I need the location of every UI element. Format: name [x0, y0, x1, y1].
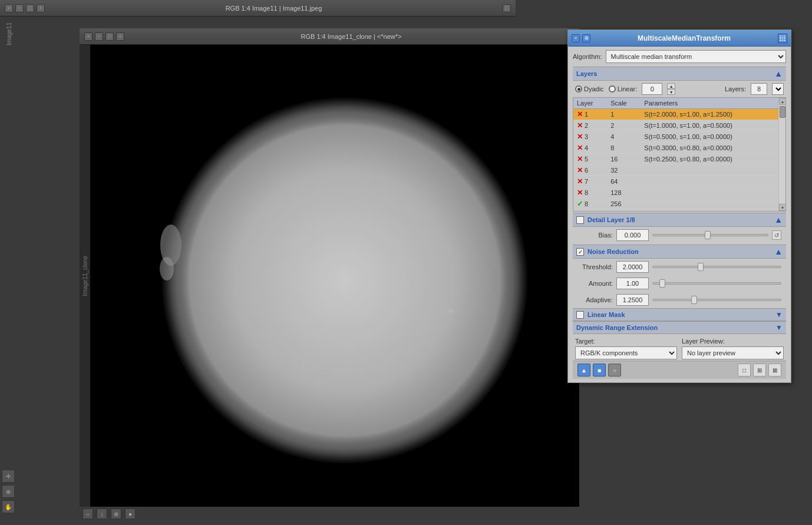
outer-minimize-button[interactable]: −: [15, 4, 24, 12]
linear-spinbox[interactable]: ▲ ▼: [667, 83, 675, 95]
outer-corner-button[interactable]: □: [503, 4, 511, 12]
expand-action-button[interactable]: ⊠: [768, 364, 781, 377]
adaptive-input[interactable]: [616, 294, 649, 306]
table-row[interactable]: ✕ 6 32: [573, 165, 778, 176]
new-icon: □: [742, 367, 746, 374]
noise-reduction-section: Noise Reduction ▲ Threshold: Amount: Ada…: [573, 245, 786, 308]
adaptive-slider-thumb[interactable]: [691, 296, 697, 304]
spin-up[interactable]: ▲: [667, 83, 675, 89]
layer-preview-select-row: No layer preview: [682, 346, 784, 359]
threshold-slider-thumb[interactable]: [698, 263, 704, 271]
inner-window-controls[interactable]: × − □ +: [84, 32, 124, 41]
row-enabled: ✕ 7: [573, 176, 607, 187]
layers-count-select[interactable]: 8: [772, 83, 784, 95]
linear-label: Linear:: [618, 85, 638, 93]
layers-count-label: Layers:: [725, 85, 746, 93]
table-row[interactable]: ✕ 3 4 S(t=0.5000, s=1.00, a=0.0000): [573, 131, 778, 143]
solar-image: [80, 45, 579, 507]
outer-window-controls[interactable]: × − □ +: [5, 4, 45, 12]
triangle-icon: ▲: [581, 367, 587, 374]
clone-side-strip: Image11_clone: [80, 45, 90, 507]
bias-input[interactable]: [616, 229, 649, 241]
row-scale: 32: [607, 165, 641, 176]
noise-reduction-header: Noise Reduction ▲: [573, 245, 786, 259]
amount-slider-thumb[interactable]: [659, 279, 665, 288]
grid-view-icon[interactable]: [778, 34, 787, 43]
circle-tool-button[interactable]: ○: [608, 364, 621, 377]
table-row[interactable]: ✕ 1 1 S(t=2.0000, s=1.00, a=1.2500): [573, 109, 778, 120]
detail-layer-header: Detail Layer 1/8 ▲: [573, 213, 786, 227]
bias-reset-button[interactable]: ↺: [772, 230, 781, 240]
outer-shade-button[interactable]: □: [26, 4, 34, 12]
panel-close-button[interactable]: ×: [572, 34, 580, 42]
layer-preview-select[interactable]: No layer preview: [682, 346, 784, 359]
inner-tool-1[interactable]: ↔: [82, 509, 93, 519]
tool-zoom[interactable]: ⊕: [2, 485, 15, 498]
noise-expand-icon[interactable]: ▲: [774, 247, 783, 256]
target-label: Target:: [575, 338, 677, 345]
bias-slider-thumb[interactable]: [705, 231, 711, 239]
table-row[interactable]: ✕ 7 64: [573, 176, 778, 187]
row-enabled: ✕ 2: [573, 120, 607, 131]
scroll-thumb[interactable]: [780, 106, 785, 118]
inner-tool-3[interactable]: ⊕: [111, 509, 121, 519]
scroll-down-button[interactable]: ▼: [779, 204, 786, 211]
threshold-slider[interactable]: [652, 266, 781, 268]
triangle-tool-button[interactable]: ▲: [577, 364, 590, 377]
linear-mask-expand-icon[interactable]: ▼: [775, 311, 783, 319]
algorithm-select[interactable]: Multiscale median transform: [606, 50, 786, 63]
dynamic-range-expand-icon[interactable]: ▼: [775, 323, 783, 332]
inner-minimize-button[interactable]: −: [95, 32, 103, 41]
spin-down[interactable]: ▼: [667, 89, 675, 95]
linear-mask-checkbox[interactable]: [576, 311, 584, 319]
outer-maximize-button[interactable]: +: [37, 4, 45, 12]
inner-tool-2[interactable]: ↕: [97, 509, 107, 519]
square-tool-button[interactable]: ■: [593, 364, 606, 377]
linear-mask-section: Linear Mask ▼: [573, 308, 786, 321]
table-scrollbar[interactable]: ▲ ▼: [778, 98, 785, 211]
inner-shade-button[interactable]: □: [105, 32, 114, 41]
table-row[interactable]: ✕ 4 8 S(t=0.3000, s=0.80, a=0.0000): [573, 143, 778, 154]
layers-count-input[interactable]: [751, 83, 767, 95]
threshold-input[interactable]: [616, 261, 649, 273]
panel-float-button[interactable]: ⊞: [582, 34, 590, 42]
inner-close-button[interactable]: ×: [84, 32, 93, 41]
tool-pan[interactable]: ✋: [2, 500, 15, 513]
svg-point-2: [162, 98, 527, 463]
row-enabled: ✕ 5: [573, 154, 607, 165]
bias-slider[interactable]: [652, 234, 768, 236]
linear-value-input[interactable]: [642, 83, 662, 95]
row-params: [641, 199, 778, 210]
adaptive-slider[interactable]: [652, 299, 781, 301]
outer-close-button[interactable]: ×: [5, 4, 13, 12]
row-enabled: ✕ 8: [573, 187, 607, 199]
row-scale: 8: [607, 143, 641, 154]
table-row[interactable]: ✕ 2 2 S(t=1.0000, s=1.00, a=0.5000): [573, 120, 778, 131]
detail-layer-checkbox[interactable]: [576, 216, 584, 224]
inner-maximize-button[interactable]: +: [116, 32, 124, 41]
amount-input[interactable]: [616, 278, 649, 289]
amount-slider[interactable]: [652, 282, 781, 285]
inner-tool-4[interactable]: ●: [125, 509, 136, 519]
noise-reduction-checkbox[interactable]: [576, 248, 584, 256]
scroll-up-button[interactable]: ▲: [779, 98, 786, 105]
circle-icon: ○: [613, 367, 616, 374]
linear-radio[interactable]: Linear:: [609, 85, 638, 93]
detail-expand-icon[interactable]: ▲: [774, 215, 783, 224]
layers-table-container: Layer Scale Parameters ✕ 1 1 S(t=2.0000,…: [573, 98, 778, 211]
new-action-button[interactable]: □: [738, 364, 751, 377]
save-action-button[interactable]: ⊞: [753, 364, 766, 377]
dyadic-radio[interactable]: Dyadic: [575, 85, 604, 93]
table-row[interactable]: ✕ 8 128: [573, 187, 778, 199]
table-row[interactable]: ✕ 5 16 S(t=0.2500, s=0.80, a=0.0000): [573, 154, 778, 165]
tool-crosshair[interactable]: ✛: [2, 470, 15, 483]
row-enabled: ✕ 1: [573, 109, 607, 120]
image-canvas[interactable]: +: [80, 45, 579, 507]
col-layer: Layer: [573, 98, 607, 109]
layers-expand-button[interactable]: ▲: [774, 69, 783, 78]
adaptive-row: Adaptive:: [573, 292, 786, 308]
multiscale-panel: × ⊞ MultiscaleMedianTransform Algorithm:…: [567, 29, 791, 383]
layers-section-header: Layers ▲: [573, 67, 786, 81]
table-row[interactable]: ✓ 8 256: [573, 199, 778, 210]
target-select[interactable]: RGB/K components: [575, 346, 677, 359]
